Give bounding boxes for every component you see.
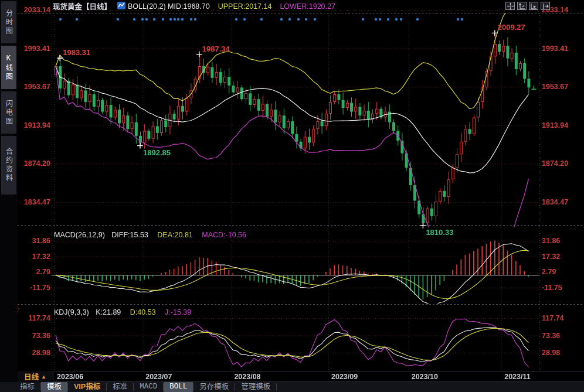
- price-annotation: 1983.31: [63, 48, 90, 57]
- scale-horizontal-tool-button[interactable]: [529, 2, 538, 10]
- price-axis-label-right: 1874.20: [542, 159, 568, 168]
- boll-lower-label: LOWER:1920.27: [280, 2, 335, 11]
- kdj-d-value: D:40.53: [130, 308, 156, 316]
- macd-dea-value: DEA:20.81: [157, 231, 192, 239]
- macd-axis-label-right: -11.75: [542, 284, 562, 292]
- toolbar-item-2[interactable]: 模板: [41, 382, 67, 392]
- price-axis-label-right: 1913.94: [542, 121, 568, 129]
- macd-axis-label-right: 17.32: [542, 253, 560, 261]
- price-axis-label-left: 1993.41: [16, 45, 50, 53]
- kdj-k-value: K:21.89: [96, 308, 121, 316]
- price-annotation: 1810.33: [426, 228, 453, 237]
- kdj-axis-label-right: 28.98: [542, 349, 560, 357]
- bottom-toolbar: 指标模板VIP指标标准MACDBOLL另存模板管理模板: [0, 382, 584, 392]
- toolbar-item-8[interactable]: 管理模板: [235, 382, 276, 392]
- price-axis-label-left: 1953.67: [16, 83, 50, 91]
- kdj-pane-header: KDJ(9,3,3) K:21.89 D:40.53 J:-15.39: [54, 308, 191, 316]
- kdj-axis-label-right: 73.36: [542, 332, 560, 340]
- trading-terminal: 分时图K线图闪电图合约资料 现货黄金【日线】 BOLL(20,2) MID:19…: [0, 0, 584, 392]
- macd-pane-header: MACD(26,12,9) DIFF:15.53 DEA:20.81 MACD:…: [54, 231, 246, 239]
- macd-axis-label-left: -11.75: [16, 284, 50, 292]
- x-axis-date-label: 2023/08: [234, 373, 260, 381]
- boll-upper-label: UPPER:2017.14: [218, 2, 272, 11]
- price-axis-label-left: 1834.47: [16, 198, 50, 206]
- x-axis-date-label: 2023/11: [504, 373, 531, 381]
- chart-header: 现货黄金【日线】 BOLL(20,2) MID:1968.70 UPPER:20…: [18, 0, 584, 12]
- macd-axis-label-left: 2.79: [16, 268, 50, 276]
- period-selector[interactable]: 日线 ▲: [18, 371, 53, 382]
- scale-vertical-tool-button[interactable]: [517, 2, 527, 10]
- sidebar-item-4[interactable]: 合约资料: [1, 136, 16, 195]
- macd-macd-value: MACD:-10.56: [202, 231, 246, 239]
- price-axis-label-right: 1953.67: [542, 83, 568, 91]
- header-toolbar: [505, 2, 550, 10]
- macd-axis-label-right: 31.86: [542, 237, 560, 245]
- x-axis-date-label: 2023/06: [57, 373, 83, 381]
- exit-chart-button[interactable]: [541, 2, 550, 10]
- sidebar-item-1[interactable]: 分时图: [1, 1, 16, 43]
- period-label: 日线: [24, 371, 39, 382]
- kdj-axis-label-left: 73.36: [16, 332, 50, 340]
- period-arrow-icon: ▲: [41, 374, 46, 380]
- sidebar-item-3[interactable]: 闪电图: [1, 91, 16, 134]
- price-axis-label-left: 1874.20: [16, 159, 50, 168]
- x-axis-date-label: 2023/09: [331, 373, 358, 381]
- crosshair-tool-button[interactable]: [505, 2, 515, 10]
- price-annotation: 2009.27: [498, 23, 525, 32]
- kline-chart-canvas[interactable]: [0, 0, 584, 392]
- toolbar-item-7[interactable]: 另存模板: [193, 382, 235, 392]
- price-axis-label-right: 1834.47: [542, 198, 568, 206]
- toolbar-separator: [276, 383, 277, 391]
- sidebar-item-2[interactable]: K线图: [1, 46, 16, 89]
- kdj-axis-label-left: 28.98: [16, 349, 50, 357]
- toolbar-item-1[interactable]: 指标: [14, 382, 40, 392]
- line-chart-icon: [117, 2, 125, 11]
- price-axis-label-left: 1913.94: [16, 121, 50, 129]
- price-axis-label-right: 1993.41: [542, 45, 568, 53]
- boll-mid-label: BOLL(20,2) MID:1968.70: [128, 2, 210, 11]
- symbol-title: 现货黄金【日线】: [53, 1, 111, 12]
- kdj-j-value: J:-15.39: [165, 308, 191, 316]
- macd-axis-label-right: 2.79: [542, 268, 556, 276]
- kdj-axis-label-left: 117.74: [16, 314, 50, 322]
- macd-axis-label-left: 31.86: [16, 237, 50, 245]
- x-axis-date-label: 2023/07: [145, 373, 172, 381]
- toolbar-item-3[interactable]: VIP指标: [68, 382, 106, 392]
- kdj-title: KDJ(9,3,3): [54, 308, 89, 316]
- kdj-axis-label-right: 117.74: [542, 314, 564, 322]
- price-annotation: 1987.34: [202, 45, 230, 53]
- sidebar: 分时图K线图闪电图合约资料: [0, 0, 18, 392]
- x-axis-date-label: 2023/10: [412, 373, 438, 381]
- toolbar-item-6[interactable]: BOLL: [164, 382, 193, 392]
- macd-title: MACD(26,12,9): [54, 231, 105, 239]
- toolbar-item-5[interactable]: MACD: [134, 382, 163, 392]
- price-annotation: 1892.85: [143, 148, 171, 157]
- macd-axis-label-left: 17.32: [16, 253, 50, 261]
- toolbar-item-4[interactable]: 标准: [107, 382, 133, 392]
- macd-diff-value: DIFF:15.53: [111, 231, 148, 239]
